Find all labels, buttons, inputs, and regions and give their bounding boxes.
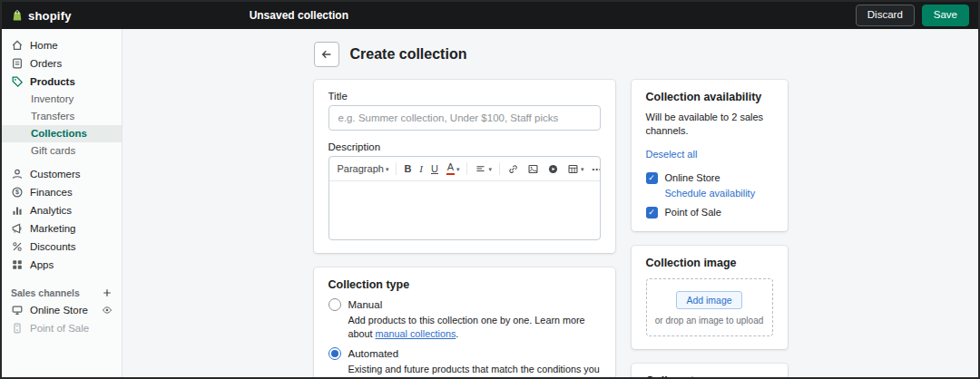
discard-button[interactable]: Discard xyxy=(856,5,915,26)
online-store-icon xyxy=(11,304,24,316)
alignment-button[interactable]: ▾ xyxy=(471,160,495,178)
sidebar-item-inventory[interactable]: Inventory xyxy=(2,91,122,108)
sidebar: Home Orders Products Inventory Transfers… xyxy=(2,29,122,377)
shopify-admin-window: shopify Unsaved collection Discard Save … xyxy=(0,0,980,379)
insert-link-button[interactable] xyxy=(504,160,523,178)
italic-button[interactable]: I xyxy=(416,160,426,177)
bold-button[interactable]: B xyxy=(400,160,415,177)
description-editor: Paragraph ▾ B I U A xyxy=(328,156,601,240)
page-title: Create collection xyxy=(350,46,467,63)
automated-option[interactable]: Automated xyxy=(328,347,601,360)
sidebar-label: Marketing xyxy=(30,221,76,236)
main-content: Create collection Title Description xyxy=(122,29,978,377)
checkbox-checked-icon[interactable]: ✓ xyxy=(646,172,658,184)
finances-icon: $ xyxy=(11,186,24,199)
sidebar-item-discounts[interactable]: Discounts xyxy=(2,238,122,256)
availability-heading: Collection availability xyxy=(646,91,773,103)
collection-image-heading: Collection image xyxy=(646,257,773,269)
sidebar-label: Collections xyxy=(31,127,87,141)
sidebar-item-finances[interactable]: $ Finances xyxy=(2,183,122,201)
underline-button[interactable]: U xyxy=(427,160,442,177)
paragraph-style-dropdown[interactable]: Paragraph ▾ xyxy=(334,160,393,177)
page-header: Create collection xyxy=(314,42,788,67)
analytics-icon xyxy=(11,204,24,217)
sidebar-label: Analytics xyxy=(30,203,72,218)
manual-option-description: Add products to this collection one by o… xyxy=(348,314,601,340)
collection-type-heading: Collection type xyxy=(328,278,601,291)
image-dropzone[interactable]: Add image or drop an image to upload xyxy=(646,278,773,336)
radio-selected-icon[interactable] xyxy=(328,347,341,360)
shopify-logo-text: shopify xyxy=(28,9,72,23)
sidebar-label: Customers xyxy=(30,167,81,181)
sidebar-label: Inventory xyxy=(31,92,74,106)
sidebar-item-collections[interactable]: Collections xyxy=(2,125,122,142)
sidebar-item-marketing[interactable]: Marketing xyxy=(2,219,122,238)
image-icon xyxy=(527,163,539,175)
sidebar-label: Point of Sale xyxy=(30,321,89,335)
sidebar-label: Orders xyxy=(30,56,62,71)
point-of-sale-channel-row[interactable]: ✓ Point of Sale xyxy=(646,207,773,219)
title-input[interactable] xyxy=(328,105,601,131)
link-icon xyxy=(507,163,519,175)
collection-availability-card: Collection availability Will be availabl… xyxy=(632,80,788,231)
title-card: Title Description Paragraph ▾ xyxy=(314,80,615,253)
insert-video-button[interactable] xyxy=(544,160,563,178)
more-formatting-button[interactable]: ••• xyxy=(589,162,601,176)
sidebar-label: Finances xyxy=(30,185,73,199)
sidebar-item-transfers[interactable]: Transfers xyxy=(2,108,122,125)
add-image-button[interactable]: Add image xyxy=(676,291,741,309)
align-left-icon xyxy=(475,163,486,175)
chevron-down-icon: ▾ xyxy=(581,166,584,172)
svg-text:$: $ xyxy=(15,189,19,196)
checkbox-checked-icon[interactable]: ✓ xyxy=(646,207,658,219)
topbar-actions: Discard Save xyxy=(856,5,969,26)
sidebar-item-home[interactable]: Home xyxy=(2,36,122,54)
back-arrow-icon xyxy=(320,48,333,61)
title-label: Title xyxy=(328,91,601,102)
collection-type-card: Collection type Manual Add products to t… xyxy=(314,267,615,377)
sidebar-label: Online Store xyxy=(30,303,88,317)
insert-image-button[interactable] xyxy=(524,160,543,178)
sidebar-label: Products xyxy=(30,74,75,89)
customers-icon xyxy=(11,168,24,180)
sidebar-item-customers[interactable]: Customers xyxy=(2,165,122,183)
shopify-logo[interactable]: shopify xyxy=(11,9,72,23)
manual-option[interactable]: Manual xyxy=(328,298,601,311)
schedule-availability-link[interactable]: Schedule availability xyxy=(665,188,773,199)
sidebar-item-products[interactable]: Products xyxy=(2,73,122,91)
back-button[interactable] xyxy=(314,42,339,67)
sidebar-item-orders[interactable]: Orders xyxy=(2,54,122,73)
chevron-down-icon: ▾ xyxy=(488,166,492,172)
sidebar-item-point-of-sale[interactable]: Point of Sale xyxy=(2,319,122,337)
description-textarea[interactable] xyxy=(329,181,600,239)
sidebar-item-analytics[interactable]: Analytics xyxy=(2,201,122,219)
save-button[interactable]: Save xyxy=(922,5,969,26)
sidebar-item-online-store[interactable]: Online Store xyxy=(2,301,122,319)
sidebar-item-gift-cards[interactable]: Gift cards xyxy=(2,142,122,160)
description-label: Description xyxy=(328,141,601,152)
view-store-eye-icon[interactable] xyxy=(102,305,113,316)
marketing-icon xyxy=(11,222,24,235)
manual-collections-link[interactable]: manual collections xyxy=(376,328,456,339)
deselect-all-link[interactable]: Deselect all xyxy=(646,149,698,160)
chevron-down-icon: ▾ xyxy=(386,166,389,172)
orders-icon xyxy=(11,57,24,70)
radio-unselected-icon[interactable] xyxy=(328,298,341,311)
topbar: shopify Unsaved collection Discard Save xyxy=(2,2,978,29)
sidebar-label: Discounts xyxy=(30,239,76,254)
editor-toolbar: Paragraph ▾ B I U A xyxy=(329,157,600,181)
online-store-heading: Online store xyxy=(646,374,773,377)
sales-channels-title: Sales channels xyxy=(11,287,80,298)
point-of-sale-icon xyxy=(11,322,24,335)
unsaved-status-title: Unsaved collection xyxy=(250,9,348,22)
add-sales-channel-icon[interactable] xyxy=(102,287,113,298)
video-icon xyxy=(547,163,559,175)
sidebar-item-apps[interactable]: Apps xyxy=(2,256,122,274)
sidebar-label: Transfers xyxy=(31,110,74,123)
availability-subtext: Will be available to 2 sales channels. xyxy=(646,111,773,139)
sidebar-label: Home xyxy=(30,38,58,53)
insert-table-button[interactable]: ▾ xyxy=(564,160,588,178)
online-store-channel-row[interactable]: ✓ Online Store xyxy=(646,172,773,184)
text-color-icon: A xyxy=(446,162,455,175)
text-color-button[interactable]: A ▾ xyxy=(443,160,464,178)
